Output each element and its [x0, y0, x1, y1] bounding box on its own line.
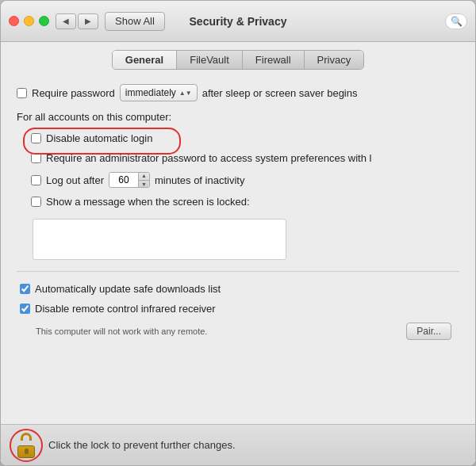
for-all-accounts-row: For all accounts on this computer:: [17, 109, 459, 124]
pair-button[interactable]: Pair...: [406, 323, 451, 340]
lock-icon[interactable]: [12, 431, 40, 460]
require-password-label: Require password: [32, 87, 115, 99]
forward-button[interactable]: ▶: [78, 13, 98, 29]
require-admin-label: Require an administrator password to acc…: [46, 152, 371, 164]
log-out-after-label: minutes of inactivity: [155, 174, 244, 186]
disable-remote-checkbox[interactable]: [20, 304, 30, 314]
message-textbox[interactable]: [33, 219, 286, 260]
close-button[interactable]: [9, 16, 19, 26]
disable-remote-label: Disable remote control infrared receiver: [35, 303, 216, 315]
password-interval-value: immediately: [125, 87, 176, 98]
tab-firewall[interactable]: Firewall: [243, 51, 305, 69]
divider: [17, 271, 459, 272]
require-password-row: Require password immediately ▲▼ after sl…: [17, 84, 459, 101]
traffic-lights: [9, 16, 49, 26]
no-remote-row: This computer will not work with any rem…: [20, 323, 459, 340]
auto-update-row: Automatically update safe downloads list: [20, 283, 459, 295]
disable-auto-login-checkbox[interactable]: [31, 133, 41, 143]
log-out-checkbox[interactable]: [31, 175, 41, 185]
lock-text: Click the lock to prevent further change…: [48, 439, 236, 451]
lock-shackle: [21, 433, 32, 441]
log-out-row: Log out after 60 ▲ ▼ minutes of inactivi…: [31, 172, 459, 188]
lock-body: [17, 445, 35, 458]
show-message-row: Show a message when the screen is locked…: [31, 196, 459, 208]
require-admin-checkbox[interactable]: [31, 153, 41, 163]
log-out-minutes-input[interactable]: 60 ▲ ▼: [109, 172, 150, 188]
disable-auto-login-label: Disable automatic login: [46, 132, 152, 144]
require-admin-row: Require an administrator password to acc…: [31, 152, 459, 164]
show-all-button[interactable]: Show All: [105, 12, 165, 31]
dropdown-arrow-icon: ▲▼: [179, 90, 192, 97]
after-sleep-label: after sleep or screen saver begins: [202, 87, 358, 99]
log-out-label: Log out after: [46, 174, 104, 186]
window-title: Security & Privacy: [190, 15, 287, 28]
spinner-up-icon[interactable]: ▲: [139, 172, 149, 181]
search-box[interactable]: 🔍: [445, 13, 467, 29]
back-button[interactable]: ◀: [56, 13, 76, 29]
log-out-minutes-field[interactable]: 60: [109, 172, 138, 188]
tab-general[interactable]: General: [113, 51, 177, 69]
tab-privacy[interactable]: Privacy: [305, 51, 364, 69]
bottom-bar: Click the lock to prevent further change…: [1, 424, 475, 465]
require-password-checkbox[interactable]: [17, 88, 27, 98]
tab-filevault[interactable]: FileVault: [177, 51, 243, 69]
disable-remote-row: Disable remote control infrared receiver: [20, 303, 459, 315]
no-remote-text: This computer will not work with any rem…: [36, 327, 207, 336]
main-content: General FileVault Firewall Privacy Requi…: [1, 42, 475, 424]
spinner-down-icon[interactable]: ▼: [139, 181, 149, 189]
titlebar: ◀ ▶ Show All Security & Privacy 🔍: [1, 1, 475, 42]
show-message-checkbox[interactable]: [31, 197, 41, 207]
log-out-spinners: ▲ ▼: [138, 172, 149, 188]
disable-auto-login-row: Disable automatic login: [31, 132, 459, 144]
tab-bar: General FileVault Firewall Privacy: [112, 50, 364, 70]
maximize-button[interactable]: [39, 16, 49, 26]
settings-area: Require password immediately ▲▼ after sl…: [17, 84, 459, 340]
auto-update-checkbox[interactable]: [20, 284, 30, 294]
window: ◀ ▶ Show All Security & Privacy 🔍 Genera…: [0, 0, 476, 466]
auto-update-label: Automatically update safe downloads list: [35, 283, 221, 295]
for-all-accounts-label: For all accounts on this computer:: [17, 111, 171, 123]
nav-arrows: ◀ ▶: [56, 13, 98, 29]
show-message-label: Show a message when the screen is locked…: [46, 196, 250, 208]
password-interval-dropdown[interactable]: immediately ▲▼: [120, 84, 198, 101]
minimize-button[interactable]: [24, 16, 34, 26]
